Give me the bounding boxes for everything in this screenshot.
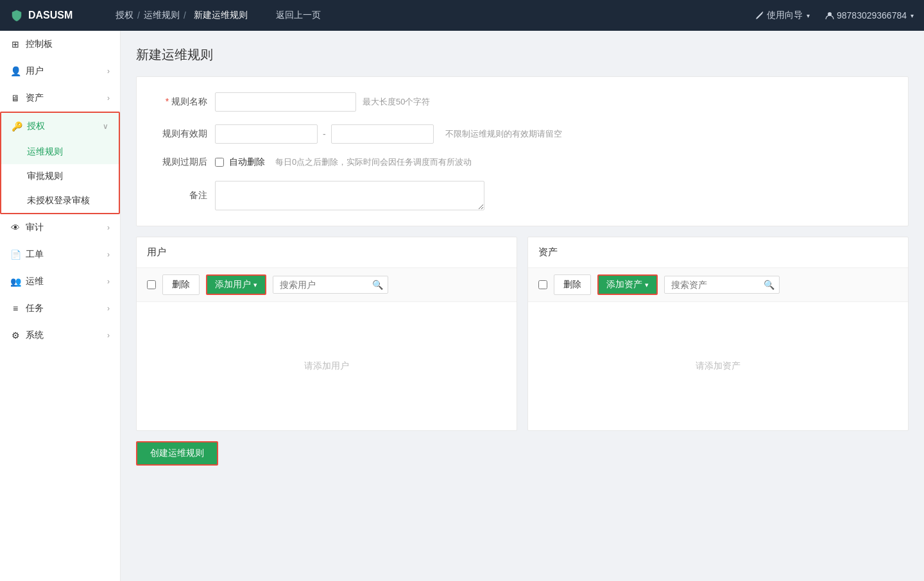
task-arrow-icon: › [107, 304, 110, 313]
asset-search-wrap: 🔍 [664, 276, 780, 294]
breadcrumb-auth[interactable]: 授权 [116, 10, 133, 21]
user-chevron-icon: ▾ [911, 12, 914, 19]
rule-name-label: 规则名称 [157, 96, 215, 108]
sidebar-group-auth: 🔑 授权 ∨ 运维规则 审批规则 未授权登录审核 [0, 112, 120, 214]
sidebar-sub-item-approve-rule[interactable]: 审批规则 [1, 164, 119, 189]
user-icon [825, 11, 834, 20]
sidebar-sub-item-unauth-login[interactable]: 未授权登录审核 [1, 189, 119, 213]
asset-arrow-icon: › [107, 94, 110, 103]
breadcrumb-sep-2: / [184, 10, 186, 21]
sidebar-item-auth[interactable]: 🔑 授权 ∨ [1, 113, 119, 140]
user-search-input[interactable] [273, 276, 388, 294]
date-end-input[interactable] [331, 124, 434, 144]
eye-icon: 👁 [10, 223, 21, 233]
rule-name-input[interactable] [215, 92, 356, 112]
auto-delete-checkbox[interactable] [215, 158, 224, 167]
form-row-expired: 规则过期后 自动删除 每日0点之后删除，实际时间会因任务调度而有所波动 [157, 156, 887, 168]
auto-delete-hint: 每日0点之后删除，实际时间会因任务调度而有所波动 [275, 156, 472, 168]
rule-name-hint: 最大长度50个字符 [363, 96, 430, 108]
user-panel-header: 用户 [137, 237, 517, 268]
shield-icon [10, 9, 23, 22]
audit-arrow-icon: › [107, 223, 110, 232]
valid-period-label: 规则有效期 [157, 128, 215, 140]
valid-period-hint: 不限制运维规则的有效期请留空 [445, 128, 562, 140]
asset-panel-empty: 请添加资产 [528, 302, 908, 430]
key-icon: 🔑 [12, 121, 22, 131]
user-panel: 用户 删除 添加用户 🔍 请添加用户 [136, 237, 517, 431]
ops-icon: 👥 [10, 276, 21, 287]
ticket-arrow-icon: › [107, 250, 110, 259]
breadcrumb-ops-rule[interactable]: 运维规则 [144, 10, 180, 21]
asset-panel-toolbar: 删除 添加资产 🔍 [528, 268, 908, 302]
remark-input[interactable] [215, 181, 484, 210]
user-delete-button[interactable]: 删除 [162, 274, 200, 295]
app-logo: DASUSM [10, 9, 100, 22]
sidebar-item-asset[interactable]: 🖥 资产 › [0, 85, 120, 112]
user-search-wrap: 🔍 [273, 276, 388, 294]
asset-select-all-checkbox[interactable] [538, 280, 547, 289]
asset-search-input[interactable] [664, 276, 780, 294]
form-card: 规则名称 最大长度50个字符 规则有效期 - 不限制运维规则的有效期请留空 规则… [136, 76, 909, 226]
panels-row: 用户 删除 添加用户 🔍 请添加用户 资产 删除 [136, 237, 909, 431]
user-arrow-icon: › [107, 67, 110, 76]
sidebar-sub-label-approve-rule: 审批规则 [27, 171, 63, 182]
topnav-right: 使用向导 ▾ 98783029366784 ▾ [755, 10, 914, 21]
pencil-icon [755, 11, 764, 20]
monitor-icon: 🖥 [10, 93, 21, 103]
breadcrumb-sep-1: / [137, 10, 140, 21]
breadcrumb-back[interactable]: 返回上一页 [276, 10, 321, 21]
sidebar-sub-item-ops-rule[interactable]: 运维规则 [1, 140, 119, 164]
list-icon: ≡ [10, 303, 21, 314]
sidebar: ⊞ 控制板 👤 用户 › 🖥 资产 › 🔑 授权 ∨ 运维规则 审批规则 未授权… [0, 31, 121, 581]
guide-chevron-icon: ▾ [807, 12, 810, 19]
create-rule-button[interactable]: 创建运维规则 [136, 441, 218, 466]
guide-menu[interactable]: 使用向导 ▾ [755, 10, 810, 21]
auto-delete-label[interactable]: 自动删除 [229, 156, 265, 168]
breadcrumb-sep-3 [259, 10, 268, 21]
sidebar-label-ops: 运维 [26, 276, 44, 287]
user-menu[interactable]: 98783029366784 ▾ [825, 10, 914, 21]
sidebar-item-dashboard[interactable]: ⊞ 控制板 [0, 31, 120, 58]
asset-delete-button[interactable]: 删除 [554, 274, 591, 295]
date-range: - 不限制运维规则的有效期请留空 [215, 124, 562, 144]
doc-icon: 📄 [10, 249, 21, 260]
grid-icon: ⊞ [10, 39, 21, 49]
sidebar-item-audit[interactable]: 👁 审计 › [0, 214, 120, 241]
main-content: 新建运维规则 规则名称 最大长度50个字符 规则有效期 - 不限制运维规则的有效… [121, 31, 924, 581]
user-add-button[interactable]: 添加用户 [206, 274, 266, 295]
footer-actions: 创建运维规则 [136, 441, 909, 466]
sidebar-label-auth: 授权 [27, 121, 45, 132]
sidebar-sub-label-ops-rule: 运维规则 [27, 146, 63, 158]
remark-label: 备注 [157, 190, 215, 201]
user-panel-toolbar: 删除 添加用户 🔍 [137, 268, 517, 302]
sidebar-item-task[interactable]: ≡ 任务 › [0, 295, 120, 322]
date-separator: - [323, 129, 326, 139]
gear-icon: ⚙ [10, 330, 21, 341]
page-title: 新建运维规则 [136, 46, 909, 63]
form-row-rule-name: 规则名称 最大长度50个字符 [157, 92, 887, 112]
breadcrumb: 授权 / 运维规则 / 新建运维规则 返回上一页 [116, 10, 755, 21]
person-icon: 👤 [10, 66, 21, 76]
auth-arrow-icon: ∨ [103, 122, 108, 131]
asset-add-button[interactable]: 添加资产 [597, 274, 658, 295]
user-label: 98783029366784 [837, 10, 907, 21]
sidebar-sub-label-unauth-login: 未授权登录审核 [27, 195, 90, 206]
sidebar-label-task: 任务 [26, 303, 44, 314]
breadcrumb-current: 新建运维规则 [194, 10, 248, 21]
user-panel-empty: 请添加用户 [137, 302, 517, 430]
sidebar-item-ticket[interactable]: 📄 工单 › [0, 241, 120, 268]
sidebar-item-ops[interactable]: 👥 运维 › [0, 268, 120, 295]
asset-panel: 资产 删除 添加资产 🔍 请添加资产 [527, 237, 909, 431]
sidebar-label-asset: 资产 [26, 92, 44, 104]
user-select-all-checkbox[interactable] [147, 280, 156, 289]
form-row-valid-period: 规则有效期 - 不限制运维规则的有效期请留空 [157, 124, 887, 144]
sidebar-item-user[interactable]: 👤 用户 › [0, 58, 120, 85]
sidebar-label-dashboard: 控制板 [26, 38, 53, 50]
date-start-input[interactable] [215, 124, 318, 144]
topnav: DASUSM 授权 / 运维规则 / 新建运维规则 返回上一页 使用向导 ▾ 9… [0, 0, 924, 31]
ops-arrow-icon: › [107, 277, 110, 286]
sidebar-label-audit: 审计 [26, 222, 44, 233]
sidebar-item-system[interactable]: ⚙ 系统 › [0, 322, 120, 349]
guide-label: 使用向导 [767, 10, 803, 21]
asset-panel-header: 资产 [528, 237, 908, 268]
